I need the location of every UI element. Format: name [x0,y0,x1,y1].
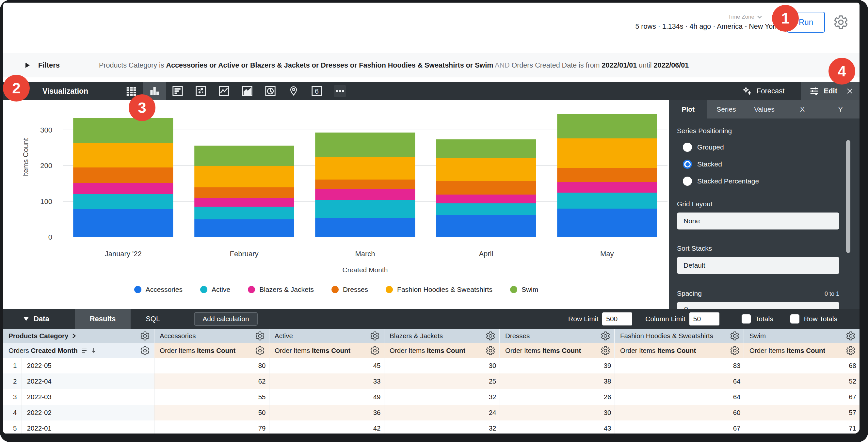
measure-field-header[interactable]: Order Items Items Count [154,343,269,358]
cell-created-month[interactable]: 2022-01 [22,420,154,434]
cell-items-count[interactable]: 57 [744,405,860,420]
column-limit-input[interactable] [689,312,719,325]
tab-y[interactable]: Y [821,100,860,119]
gear-icon[interactable] [730,331,740,341]
column-header-items-count[interactable]: Order Items Items Count [500,343,615,358]
bar-segment[interactable] [315,157,415,180]
cell-items-count[interactable]: 36 [269,405,384,420]
pie-chart-icon[interactable] [259,82,282,100]
column-header-dresses[interactable]: Dresses [500,329,615,343]
cell-items-count[interactable]: 26 [500,389,615,405]
radio-selected-icon[interactable] [683,160,692,169]
bar-segment[interactable] [436,158,536,181]
legend-item[interactable]: Dresses [332,286,368,293]
gear-icon[interactable] [846,331,856,341]
gear-icon[interactable] [730,346,740,355]
more-options-icon[interactable] [328,82,351,100]
gear-icon[interactable] [600,331,610,341]
cell-items-count[interactable]: 80 [154,358,269,374]
edit-panel-scrollbar[interactable] [846,140,850,253]
bar-segment[interactable] [194,207,294,219]
gear-icon[interactable] [255,331,265,341]
row-totals-checkbox[interactable] [790,314,799,323]
cell-items-count[interactable]: 79 [154,420,269,434]
bar-segment[interactable] [194,187,294,198]
close-icon[interactable] [846,87,854,95]
column-header-items-count[interactable]: Order Items Items Count [744,343,860,358]
tab-plot[interactable]: Plot [669,100,707,119]
bar-segment[interactable] [73,143,173,167]
area-chart-icon[interactable] [236,82,259,100]
stacked-bar[interactable] [194,109,294,237]
bar-segment[interactable] [73,118,173,143]
radio-option-grouped[interactable]: Grouped [683,143,852,152]
bar-segment[interactable] [436,215,536,237]
cell-items-count[interactable]: 32 [384,420,500,434]
column-header-swim[interactable]: Swim [744,329,860,343]
row-limit-input[interactable] [602,312,632,325]
bar-segment[interactable] [436,139,536,158]
bar-segment[interactable] [436,203,536,215]
measure-field-header[interactable]: Order Items Items Count [744,343,860,358]
add-calculation-button[interactable]: Add calculation [194,312,257,326]
legend-item[interactable]: Swim [510,286,538,293]
column-header-items-count[interactable]: Order Items Items Count [615,343,744,358]
gear-icon[interactable] [600,346,610,355]
cell-items-count[interactable]: 52 [744,374,860,389]
column-header-fashion-hoodies-sweatshirts[interactable]: Fashion Hoodies & Sweatshirts [615,329,744,343]
cell-items-count[interactable]: 49 [269,389,384,405]
cell-items-count[interactable]: 71 [744,420,860,434]
cell-items-count[interactable]: 42 [269,420,384,434]
stacked-bar[interactable] [315,109,415,237]
tab-results[interactable]: Results [75,309,131,329]
gear-icon[interactable] [140,346,150,355]
cell-items-count[interactable]: 24 [384,405,500,420]
totals-checkbox[interactable] [742,314,751,323]
sort-stacks-select[interactable]: Default [677,257,839,274]
bar-segment[interactable] [194,219,294,237]
cell-items-count[interactable]: 50 [154,405,269,420]
filters-title[interactable]: Filters [38,61,60,69]
measure-group-header[interactable]: Swim [744,329,860,343]
tab-series[interactable]: Series [707,100,746,119]
cell-items-count[interactable]: 45 [269,358,384,374]
single-value-icon[interactable]: 6 [305,82,328,100]
forecast-button[interactable]: Forecast [742,86,785,96]
dimension-field-header[interactable]: Orders Created Month [3,343,154,358]
bar-segment[interactable] [557,114,657,138]
cell-items-count[interactable]: 64 [615,389,744,405]
cell-items-count[interactable]: 83 [615,358,744,374]
gear-icon[interactable] [486,331,495,341]
cell-items-count[interactable]: 68 [744,358,860,374]
column-header-items-count[interactable]: Order Items Items Count [384,343,500,358]
bar-segment[interactable] [73,209,173,237]
gear-icon[interactable] [255,346,265,355]
cell-items-count[interactable]: 43 [500,420,615,434]
bar-chart-icon[interactable] [166,82,189,100]
cell-items-count[interactable]: 33 [269,374,384,389]
legend-item[interactable]: Accessories [134,286,183,293]
bar-segment[interactable] [436,181,536,195]
time-zone-selector[interactable]: Time Zone [728,14,778,20]
gear-icon[interactable] [140,331,150,341]
stacked-bar[interactable] [436,109,536,237]
bar-segment[interactable] [73,194,173,209]
bar-segment[interactable] [315,200,415,218]
cell-items-count[interactable]: 30 [384,358,500,374]
bar-segment[interactable] [557,182,657,193]
tab-values[interactable]: Values [745,100,783,119]
cell-items-count[interactable]: 67 [744,389,860,405]
measure-group-header[interactable]: Active [270,329,384,343]
cell-created-month[interactable]: 2022-05 [22,358,154,374]
cell-items-count[interactable]: 38 [500,374,615,389]
column-header-items-count[interactable]: Order Items Items Count [154,343,269,358]
radio-unselected-icon[interactable] [683,143,692,152]
radio-unselected-icon[interactable] [683,177,692,186]
gear-icon[interactable] [370,346,380,355]
cell-items-count[interactable]: 67 [615,420,744,434]
gear-icon[interactable] [486,346,495,355]
radio-option-stacked-percentage[interactable]: Stacked Percentage [683,177,852,186]
measure-field-header[interactable]: Order Items Items Count [615,343,744,358]
stacked-bar[interactable] [73,109,173,237]
column-header-items-count[interactable]: Order Items Items Count [269,343,384,358]
